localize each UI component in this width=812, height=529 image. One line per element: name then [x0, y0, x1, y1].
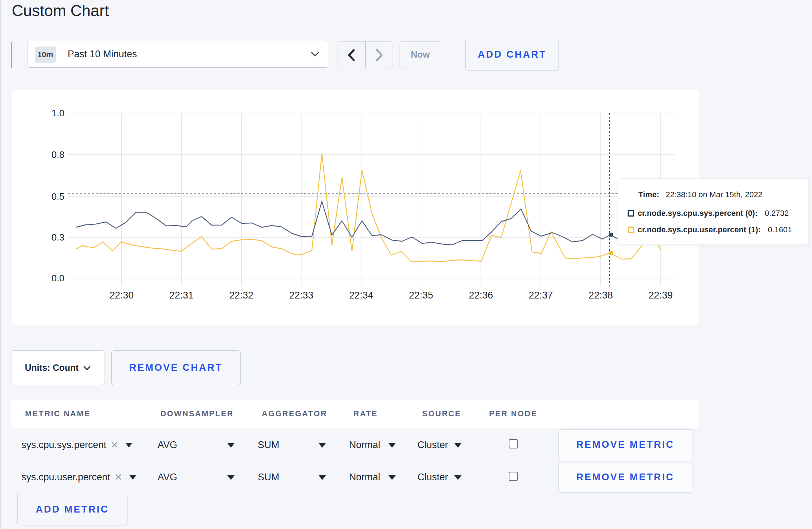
svg-text:22:31: 22:31 [169, 290, 194, 301]
svg-text:0.0: 0.0 [52, 273, 64, 283]
svg-text:22:30: 22:30 [110, 290, 134, 301]
svg-text:22:34: 22:34 [349, 290, 373, 301]
svg-text:22:33: 22:33 [289, 290, 314, 301]
svg-text:0.3: 0.3 [52, 232, 64, 243]
svg-text:22:37: 22:37 [529, 290, 553, 301]
svg-text:22:38: 22:38 [589, 290, 613, 301]
svg-text:0.5: 0.5 [52, 191, 64, 202]
svg-text:22:39: 22:39 [648, 290, 673, 301]
svg-text:22:36: 22:36 [469, 290, 493, 301]
svg-text:22:32: 22:32 [229, 290, 253, 301]
svg-text:22:35: 22:35 [409, 290, 433, 301]
svg-text:0.8: 0.8 [52, 149, 64, 160]
svg-text:1.0: 1.0 [52, 108, 64, 118]
